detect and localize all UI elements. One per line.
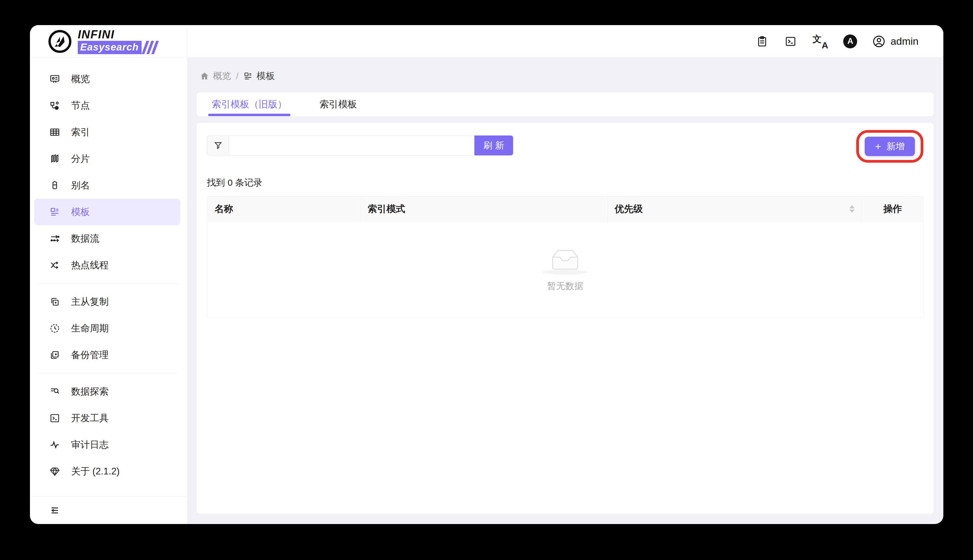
user-avatar-icon bbox=[872, 35, 886, 48]
shards-icon bbox=[49, 153, 60, 164]
sidebar-item-overview[interactable]: 概览 bbox=[30, 66, 187, 92]
sidebar-item-datastream[interactable]: 数据流 bbox=[30, 225, 187, 252]
breadcrumb-overview[interactable]: 概览 bbox=[200, 70, 231, 82]
clipboard-icon[interactable] bbox=[756, 35, 769, 48]
alias-icon bbox=[49, 180, 60, 191]
sidebar-item-templates[interactable]: 模板 bbox=[34, 199, 180, 225]
breadcrumb-current: 模板 bbox=[243, 70, 275, 82]
empty-shadow bbox=[542, 270, 588, 275]
sidebar: 概览 节点 索引 bbox=[30, 58, 187, 524]
filter-input[interactable] bbox=[229, 135, 474, 155]
annotation-highlight: + 新增 bbox=[856, 130, 923, 163]
toolbar: 刷 新 + 新增 bbox=[207, 135, 923, 168]
sidebar-item-audit-log[interactable]: 审计日志 bbox=[30, 432, 187, 458]
column-header-actions: 操作 bbox=[862, 197, 923, 221]
sidebar-footer bbox=[30, 496, 187, 524]
empty-state: 暂无数据 bbox=[207, 221, 923, 317]
sidebar-item-lifecycle[interactable]: 生命周期 bbox=[30, 315, 187, 342]
lifecycle-icon bbox=[49, 323, 60, 334]
empty-box-icon bbox=[549, 247, 582, 273]
data-explore-icon bbox=[49, 386, 60, 397]
overview-icon bbox=[49, 73, 60, 84]
sidebar-item-about[interactable]: 关于 (2.1.2) bbox=[30, 458, 187, 485]
hot-threads-icon bbox=[49, 260, 60, 271]
language-icon[interactable]: 文 A bbox=[812, 34, 828, 49]
sidebar-item-hot-threads[interactable]: 热点线程 bbox=[30, 252, 187, 278]
sidebar-item-alias[interactable]: 别名 bbox=[30, 172, 187, 199]
theme-icon[interactable]: A bbox=[843, 35, 857, 48]
sidebar-item-nodes[interactable]: 节点 bbox=[30, 92, 187, 119]
sidebar-item-indices[interactable]: 索引 bbox=[30, 119, 187, 145]
breadcrumb-separator: / bbox=[236, 71, 239, 81]
tab-bar: 索引模板（旧版） 索引模板 bbox=[197, 93, 934, 116]
filter-group: 刷 新 bbox=[207, 135, 513, 155]
username: admin bbox=[890, 35, 918, 47]
templates-icon bbox=[243, 72, 253, 81]
tab-index-templates[interactable]: 索引模板 bbox=[318, 93, 359, 116]
sort-icon[interactable] bbox=[849, 205, 855, 213]
empty-text: 暂无数据 bbox=[547, 280, 583, 292]
app-window: INFINI Easysearch bbox=[30, 25, 943, 524]
datastream-icon bbox=[49, 233, 60, 244]
sidebar-item-replication[interactable]: 主从复制 bbox=[30, 288, 187, 315]
table-header: 名称 索引模式 优先级 操作 bbox=[207, 197, 923, 221]
logo-text-infini: INFINI bbox=[78, 29, 157, 40]
filter-funnel-button[interactable] bbox=[207, 135, 229, 155]
templates-icon bbox=[49, 207, 60, 217]
nodes-icon bbox=[49, 100, 60, 111]
logo-text-easysearch: Easysearch bbox=[78, 41, 142, 54]
breadcrumb: 概览 / 模板 bbox=[200, 70, 934, 82]
sidebar-item-shards[interactable]: 分片 bbox=[30, 145, 187, 172]
collapse-sidebar-icon[interactable] bbox=[49, 505, 60, 516]
sidebar-item-dev-tools[interactable]: 开发工具 bbox=[30, 405, 187, 432]
logo-stripes bbox=[144, 41, 157, 54]
templates-panel: 刷 新 + 新增 找到 0 条记录 名称 索引模式 bbox=[197, 123, 934, 514]
plus-icon: + bbox=[875, 141, 881, 152]
audit-log-icon bbox=[49, 439, 60, 450]
dev-tools-icon bbox=[49, 413, 60, 423]
sidebar-item-backup[interactable]: 备份管理 bbox=[30, 342, 187, 368]
about-icon bbox=[49, 466, 60, 477]
top-header: INFINI Easysearch bbox=[30, 25, 943, 58]
result-summary: 找到 0 条记录 bbox=[207, 177, 923, 189]
column-header-pattern: 索引模式 bbox=[360, 197, 607, 221]
header-actions: 文 A A admin bbox=[187, 25, 943, 57]
column-header-name: 名称 bbox=[207, 197, 360, 221]
console-icon[interactable] bbox=[784, 35, 797, 48]
add-template-button[interactable]: + 新增 bbox=[865, 137, 915, 156]
tab-index-templates-legacy[interactable]: 索引模板（旧版） bbox=[210, 93, 289, 116]
user-menu[interactable]: admin bbox=[872, 35, 918, 48]
main-content: 概览 / 模板 索引模板（旧版） 索引模板 bbox=[187, 58, 943, 524]
refresh-button[interactable]: 刷 新 bbox=[474, 135, 513, 155]
sidebar-item-data-explore[interactable]: 数据探索 bbox=[30, 378, 187, 405]
home-icon bbox=[200, 72, 209, 81]
sidebar-divider bbox=[38, 373, 179, 373]
indices-icon bbox=[49, 127, 60, 138]
logo[interactable]: INFINI Easysearch bbox=[30, 25, 187, 57]
column-header-priority[interactable]: 优先级 bbox=[607, 197, 862, 221]
funnel-icon bbox=[214, 141, 223, 150]
backup-icon bbox=[49, 350, 60, 360]
replication-icon bbox=[49, 296, 60, 307]
templates-table: 名称 索引模式 优先级 操作 暂无数 bbox=[207, 196, 923, 318]
infini-logo-icon bbox=[47, 29, 72, 54]
